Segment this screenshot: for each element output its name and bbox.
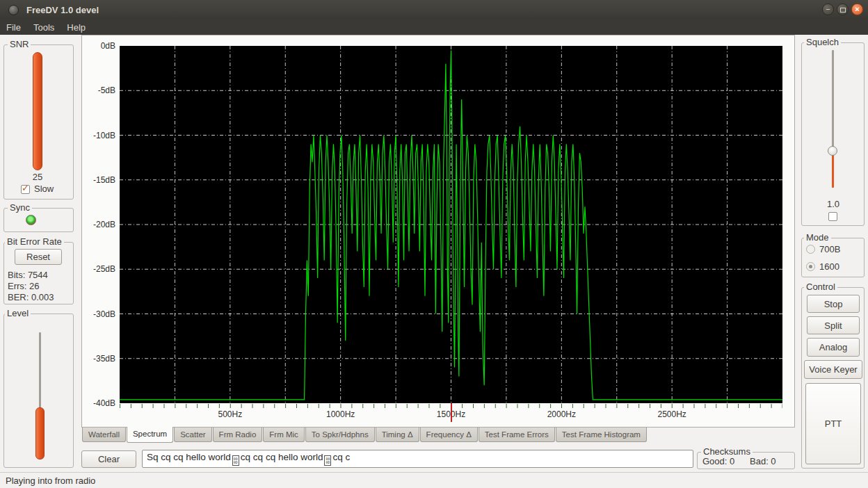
missing-glyph-box: 000D <box>324 455 331 466</box>
x-axis-label: 1000Hz <box>320 409 362 419</box>
maximize-button[interactable] <box>837 3 849 15</box>
ber-value: BER: 0.003 <box>8 292 54 302</box>
snr-value: 25 <box>28 172 47 182</box>
sync-led-icon <box>26 215 36 225</box>
checksums-bad: Bad: 0 <box>750 456 776 466</box>
tab-test-frame-errors[interactable]: Test Frame Errors <box>479 428 555 442</box>
reset-button[interactable]: Reset <box>15 249 62 265</box>
y-axis-label: -5dB <box>83 86 115 95</box>
sync-group-label: Sync <box>8 203 32 213</box>
ber-errs: Errs: 26 <box>8 281 40 291</box>
mode-radio-1600-label[interactable]: 1600 <box>819 261 839 272</box>
window-title: FreeDV 1.0 devel <box>26 5 99 15</box>
tab-test-frame-histogram[interactable]: Test Frame Histogram <box>556 428 647 442</box>
ber-bits: Bits: 7544 <box>8 270 48 280</box>
spectrum-trace <box>120 46 782 403</box>
notebook-tabbar: Waterfall Spectrum Scatter Frm Radio Frm… <box>82 428 648 443</box>
squelch-value: 1.0 <box>823 199 843 209</box>
snr-gauge <box>33 52 42 170</box>
squelch-track-fill <box>832 152 834 188</box>
x-axis-label: 2000Hz <box>540 409 582 419</box>
tab-to-spkr[interactable]: To Spkr/Hdphns <box>305 428 375 442</box>
tab-scatter[interactable]: Scatter <box>174 428 211 442</box>
tab-frm-radio[interactable]: Frm Radio <box>213 428 263 442</box>
slow-checkbox[interactable]: ✓ <box>21 185 30 194</box>
mode-group-label: Mode <box>804 233 831 243</box>
tab-waterfall[interactable]: Waterfall <box>82 428 126 442</box>
y-axis-label: 0dB <box>83 41 115 51</box>
maximize-icon <box>840 8 846 13</box>
title-bar[interactable]: FreeDV 1.0 devel − × <box>0 0 868 20</box>
menu-tools[interactable]: Tools <box>27 20 61 35</box>
squelch-checkbox[interactable] <box>828 212 837 221</box>
y-axis-label: -35dB <box>83 354 115 364</box>
tab-frm-mic[interactable]: Frm Mic <box>263 428 305 442</box>
y-axis-label: -30dB <box>83 309 115 319</box>
voice-keyer-button[interactable]: Voice Keyer <box>804 360 862 379</box>
tab-frequency-delta[interactable]: Frequency Δ <box>420 428 478 442</box>
close-button[interactable]: × <box>851 3 863 15</box>
y-axis-label: -25dB <box>83 264 115 274</box>
spectrum-plot[interactable] <box>120 46 782 403</box>
squelch-group-label: Squelch <box>804 38 841 47</box>
analog-button[interactable]: Analog <box>807 338 860 357</box>
mode-radio-1600[interactable] <box>806 262 815 271</box>
status-text: Playing into from radio <box>6 475 95 486</box>
minimize-button[interactable]: − <box>822 3 834 15</box>
checksums-good: Good: 0 <box>702 456 734 466</box>
app-icon <box>8 5 19 15</box>
y-axis-label: -10dB <box>83 131 115 140</box>
y-axis-label: -15dB <box>83 175 115 185</box>
y-axis-label: -40dB <box>83 398 115 408</box>
status-bar: Playing into from radio <box>0 472 868 488</box>
mode-radio-700b[interactable] <box>806 245 815 254</box>
level-gauge[interactable] <box>35 407 45 459</box>
menu-help[interactable]: Help <box>61 20 92 35</box>
squelch-slider-knob[interactable] <box>828 146 837 156</box>
rx-text-input[interactable]: Sq cq cq hello world000Dcq cq cq hello w… <box>142 450 693 468</box>
snr-group-label: SNR <box>8 40 31 49</box>
split-button[interactable]: Split <box>807 316 860 334</box>
tuning-marker[interactable] <box>451 403 452 422</box>
tab-timing-delta[interactable]: Timing Δ <box>376 428 419 442</box>
control-group-label: Control <box>804 282 837 292</box>
x-axis-label: 2500Hz <box>651 409 693 419</box>
mode-radio-700b-label[interactable]: 700B <box>819 244 840 254</box>
minimize-icon: − <box>826 5 830 13</box>
close-icon: × <box>855 5 859 13</box>
missing-glyph-box: 000D <box>232 455 239 466</box>
menu-file[interactable]: File <box>0 20 27 35</box>
level-group-label: Level <box>5 309 31 318</box>
ber-group-label: Bit Error Rate <box>5 237 64 247</box>
stop-button[interactable]: Stop <box>807 295 860 313</box>
slow-checkbox-label[interactable]: Slow <box>34 184 54 194</box>
tab-spectrum[interactable]: Spectrum <box>127 427 173 443</box>
checksums-group-label: Checksums <box>701 447 753 457</box>
check-icon: ✓ <box>22 183 29 193</box>
freedv-window: FreeDV 1.0 devel − × File Tools Help SNR… <box>0 0 868 488</box>
clear-button[interactable]: Clear <box>81 450 136 468</box>
y-axis-label: -20dB <box>83 220 115 229</box>
menu-bar: File Tools Help <box>0 19 868 35</box>
rx-text: Sq cq cq hello world000Dcq cq cq hello w… <box>147 452 350 466</box>
ptt-button[interactable]: PTT <box>805 383 861 464</box>
x-axis-label: 500Hz <box>209 409 251 419</box>
